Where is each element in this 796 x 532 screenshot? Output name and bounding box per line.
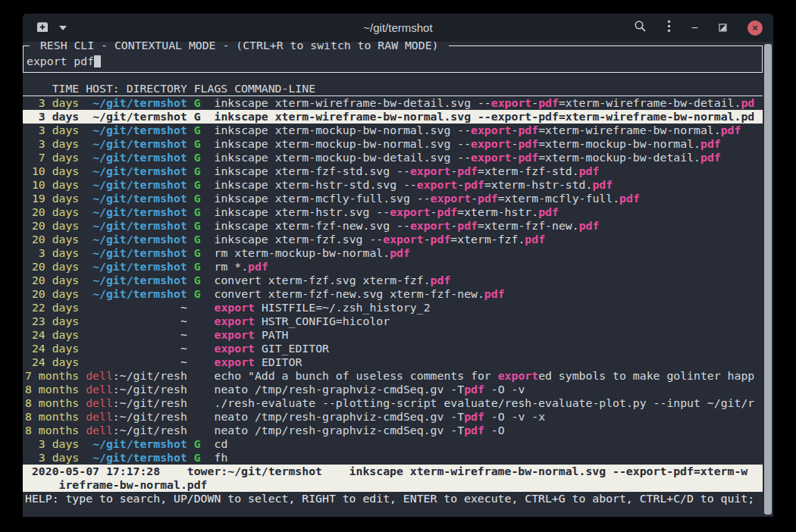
history-row[interactable]: 3 days ~/git/termshot G inkscape xterm-m…	[23, 124, 763, 137]
row-host-directory: ~	[180, 328, 187, 341]
row-time: 19 days	[25, 192, 79, 205]
row-flags	[194, 396, 201, 409]
row-host-directory: ~/git/termshot	[92, 124, 187, 136]
history-row[interactable]: 8 months dell:~/git/resh neato /tmp/resh…	[23, 424, 763, 437]
history-row[interactable]: 8 months dell:~/git/resh ./resh-evaluate…	[23, 396, 763, 410]
row-time: 24 days	[25, 342, 79, 355]
menu-button[interactable]	[667, 20, 671, 36]
history-row[interactable]: 23 days ~ export HSTR_CONFIG=hicolor	[23, 315, 763, 328]
history-row[interactable]: 3 days ~/git/termshot G inkscape xterm-w…	[23, 110, 763, 124]
close-button[interactable]: ×	[747, 20, 763, 36]
row-time: 3 days	[25, 124, 79, 136]
history-row[interactable]: 3 days ~/git/termshot G cd	[23, 437, 763, 451]
row-host-directory: ~	[180, 342, 187, 355]
history-row[interactable]: 8 months dell:~/git/resh neato /tmp/resh…	[23, 383, 763, 396]
scrollbar-thumb[interactable]	[764, 44, 772, 515]
row-command-segment: =xterm-fzf-std.	[478, 164, 579, 177]
history-row[interactable]: 10 days ~/git/termshot G inkscape xterm-…	[23, 178, 763, 192]
row-time: 24 days	[25, 355, 79, 368]
history-row[interactable]: 22 days ~ export HISTFILE=~/.zsh_history…	[23, 301, 763, 315]
row-flags	[194, 424, 201, 437]
titlebar-left	[23, 20, 190, 36]
row-command-segment: pdf	[390, 246, 410, 259]
row-command-segment: inkscape xterm-mockup-bw-normal.svg --	[215, 137, 472, 150]
history-row[interactable]: 19 days ~/git/termshot G inkscape xterm-…	[23, 192, 763, 205]
history-row[interactable]: 8 months dell:~/git/resh neato /tmp/resh…	[23, 410, 763, 424]
row-command-segment: export	[471, 124, 511, 136]
row-flags: G	[194, 233, 201, 246]
row-host-directory: dell	[86, 410, 113, 423]
close-icon: ×	[752, 23, 758, 33]
history-row[interactable]: 10 days ~/git/termshot G inkscape xterm-…	[23, 164, 763, 178]
history-row[interactable]: 3 days ~/git/termshot G inkscape xterm-w…	[23, 96, 763, 110]
history-row[interactable]: 20 days ~/git/termshot G inkscape xterm-…	[23, 219, 763, 233]
terminal-window: ~/git/termshot	[23, 14, 773, 517]
history-row[interactable]: 20 days ~/git/termshot G inkscape xterm-…	[23, 205, 763, 219]
row-host-directory: dell	[86, 396, 113, 409]
history-row[interactable]: 24 days ~ export PATH	[23, 328, 763, 342]
row-command-segment: inkscape xterm-mockup-bw-detail.svg --	[215, 151, 472, 164]
history-row[interactable]: 20 days ~/git/termshot G convert xterm-f…	[23, 287, 763, 301]
row-flags: G	[194, 96, 201, 109]
row-command-segment: ./resh-evaluate --plotting-script evalua…	[215, 396, 755, 409]
row-time: 8 months	[25, 410, 79, 423]
row-flags: G	[194, 151, 201, 164]
row-command-segment: pdf	[700, 137, 721, 150]
search-input[interactable]: export pdf	[27, 55, 759, 68]
scrollbar[interactable]	[763, 42, 773, 517]
row-command-segment: export	[491, 110, 531, 123]
history-row[interactable]: 3 days ~/git/termshot G fh	[23, 451, 763, 465]
history-row[interactable]: 7 days ~/git/termshot G inkscape xterm-m…	[23, 151, 763, 164]
row-flags: G	[194, 219, 201, 232]
status-line-1: 2020-05-07 17:17:28 tower:~/git/termshot…	[23, 465, 763, 478]
row-time: 20 days	[25, 205, 79, 218]
history-row[interactable]: 24 days ~ export GIT_EDITOR	[23, 342, 763, 355]
history-row[interactable]: 20 days ~/git/termshot G rm *.pdf	[23, 260, 763, 274]
row-command-segment: =xterm-wireframe-bw-normal.	[559, 110, 741, 123]
row-command-segment: =xterm-fzf.	[450, 233, 525, 246]
row-command-segment: pdf	[464, 383, 484, 396]
row-command-segment: -	[450, 219, 457, 232]
history-row[interactable]: 7 months dell:~/git/resh echo "Add a bun…	[23, 369, 763, 383]
restore-button[interactable]	[719, 21, 727, 35]
search-button[interactable]	[634, 20, 647, 36]
row-flags: G	[194, 205, 201, 218]
history-row[interactable]: 20 days ~/git/termshot G inkscape xterm-…	[23, 233, 763, 246]
row-command-segment: =xterm-fzf-new.	[478, 219, 579, 232]
row-command-segment: convert xterm-fzf-new.svg xterm-fzf-new.	[215, 287, 484, 300]
row-time: 3 days	[25, 246, 79, 259]
row-command-segment: HSTR_CONFIG=hicolor	[255, 315, 390, 327]
row-command-segment: inkscape xterm-hstr-std.svg --	[215, 178, 417, 191]
row-command-segment: =xterm-wireframe-bw-detail.	[559, 96, 741, 109]
titlebar[interactable]: ~/git/termshot	[23, 14, 773, 42]
row-flags	[194, 301, 201, 314]
row-host-directory: ~/git/termshot	[92, 151, 187, 164]
history-row[interactable]: 20 days ~/git/termshot G convert xterm-f…	[23, 274, 763, 287]
history-row[interactable]: 3 days ~/git/termshot G rm xterm-mockup-…	[23, 246, 763, 260]
new-tab-button[interactable]	[35, 20, 50, 36]
row-host-directory: ~/git/termshot	[92, 246, 187, 259]
row-command-segment: inkscape xterm-hstr.svg --	[215, 205, 390, 218]
minimize-button[interactable]: −	[691, 24, 698, 32]
tab-list-dropdown-button[interactable]	[59, 26, 67, 30]
row-host-directory: ~	[180, 301, 187, 314]
row-command-segment: pdf	[592, 178, 613, 191]
row-host-directory: ~	[180, 355, 187, 368]
row-time: 10 days	[25, 178, 79, 191]
row-command-segment: export	[215, 301, 255, 314]
row-command-segment: pdf	[464, 424, 484, 437]
history-row[interactable]: 3 days ~/git/termshot G inkscape xterm-m…	[23, 137, 763, 151]
row-flags	[194, 328, 201, 341]
row-command-segment: =xterm-hstr.	[457, 205, 538, 218]
row-host-directory: :~/git/resh	[113, 396, 187, 409]
row-time: 20 days	[25, 274, 79, 286]
row-command-segment: pdf	[518, 124, 538, 136]
row-command-segment: echo "Add a bunch of useless comments fo…	[215, 369, 498, 382]
row-host-directory: ~/git/termshot	[92, 233, 187, 246]
history-row[interactable]: 24 days ~ export EDITOR	[23, 355, 763, 369]
row-command-segment: export	[491, 96, 531, 109]
row-command-segment: EDITOR	[255, 355, 302, 368]
row-host-directory: :~/git/resh	[113, 424, 187, 437]
row-flags: G	[194, 246, 201, 259]
row-command-segment: inkscape xterm-mcfly-full.svg --	[215, 192, 431, 205]
